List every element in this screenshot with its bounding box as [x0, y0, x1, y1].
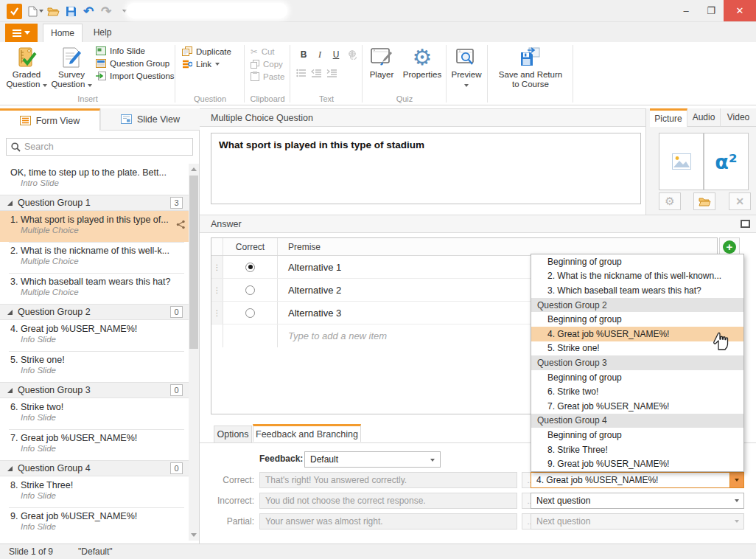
slide-type-label: Info Slide — [10, 491, 181, 500]
question-type-header: Multiple Choice Question — [200, 108, 645, 127]
chevron-down-icon[interactable] — [729, 493, 743, 508]
collapse-triangle-icon[interactable] — [7, 466, 13, 471]
close-button[interactable]: ✕ — [724, 0, 756, 21]
dropdown-item[interactable]: 9. Great job %USER_NAME%! — [531, 456, 743, 471]
duplicate-button[interactable]: Duplicate — [182, 46, 231, 56]
link-button[interactable]: Link — [182, 60, 231, 69]
feedback-select[interactable]: Default — [304, 451, 441, 468]
survey-question-button[interactable]: SurveyQuestion — [49, 45, 94, 89]
dropdown-item[interactable]: 7. Great job %USER_NAME%! — [531, 399, 743, 414]
question-group-header[interactable]: Question Group 40 — [0, 460, 189, 476]
picture-settings-button[interactable]: ⚙ — [659, 192, 681, 210]
slide-list-item[interactable]: 1. What sport is played in this type of.… — [0, 211, 189, 242]
question-group-button[interactable]: Question Group — [96, 59, 175, 68]
scroll-down-icon[interactable] — [191, 533, 197, 537]
slide-list-item[interactable]: 6. Strike two!Info Slide — [0, 398, 189, 429]
slide-list-scrollbar[interactable] — [189, 164, 199, 541]
underline-button[interactable]: U — [329, 48, 343, 61]
collapse-triangle-icon[interactable] — [7, 310, 13, 315]
decrease-indent-button[interactable] — [311, 69, 322, 77]
slide-list-item[interactable]: 5. Strike one!Info Slide — [0, 351, 189, 382]
dropdown-item[interactable]: 8. Strike Three! — [531, 442, 743, 457]
minimize-button[interactable]: – — [673, 0, 699, 21]
tab-video[interactable]: Video — [721, 108, 756, 127]
dropdown-item[interactable]: 6. Strike two! — [531, 384, 743, 399]
slide-list-item[interactable]: OK, time to step up to the plate. Bett..… — [0, 164, 189, 195]
info-slide-icon — [96, 46, 106, 55]
partial-branch-select[interactable]: Next question — [531, 513, 744, 530]
paste-button[interactable]: Paste — [251, 72, 284, 81]
italic-button[interactable]: I — [312, 48, 327, 61]
slide-list-item[interactable]: 7. Great job %USER_NAME%!Info Slide — [0, 429, 189, 460]
tab-home[interactable]: Home — [43, 24, 83, 42]
slide-list-item[interactable]: 3. Which baseball team wears this hat?Mu… — [0, 273, 189, 304]
open-file-button[interactable] — [44, 3, 62, 19]
dropdown-item[interactable]: Beginning of group — [531, 312, 743, 327]
slide-list-item[interactable]: 9. Great job %USER_NAME%!Info Slide — [0, 507, 189, 538]
tab-feedback-branching[interactable]: Feedback and Branching — [253, 424, 361, 442]
scroll-up-icon[interactable] — [191, 167, 197, 171]
drag-handle[interactable]: ⋮ — [211, 279, 223, 301]
redo-button[interactable]: ↷ — [97, 3, 115, 19]
app-menu-button[interactable] — [5, 24, 38, 42]
preview-button[interactable]: Preview — [444, 45, 489, 89]
dropdown-item[interactable]: Beginning of group — [531, 254, 743, 269]
correct-feedback-field[interactable]: That's right! You answered correctly. — [259, 472, 517, 488]
save-button[interactable] — [62, 3, 80, 19]
hyperlink-button[interactable] — [345, 48, 360, 61]
question-group-header[interactable]: Question Group 13 — [0, 195, 189, 211]
save-and-return-button[interactable]: Save and Returnto Course — [495, 45, 566, 89]
tab-help[interactable]: Help — [84, 24, 121, 42]
collapse-triangle-icon[interactable] — [7, 201, 13, 206]
dropdown-item[interactable]: 2. What is the nickname of this well-kno… — [531, 269, 743, 284]
slide-list-item[interactable]: 8. Strike Three!Info Slide — [0, 476, 189, 507]
search-box[interactable] — [6, 138, 193, 156]
picture-remove-button[interactable]: ✕ — [729, 192, 751, 210]
slide-list-panel: Form View Slide View OK, time to step up… — [0, 108, 200, 544]
partial-feedback-field[interactable]: Your answer was almost right. — [259, 513, 517, 530]
incorrect-feedback-field[interactable]: You did not choose the correct response. — [259, 493, 517, 509]
graded-question-button[interactable]: GradedQuestion — [4, 45, 49, 89]
question-group-header[interactable]: Question Group 30 — [0, 382, 189, 398]
incorrect-branch-select[interactable]: Next question — [531, 493, 744, 509]
correct-branch-select[interactable]: 4. Great job %USER_NAME%! — [531, 472, 744, 488]
search-input[interactable] — [24, 142, 188, 152]
question-group-header[interactable]: Question Group 20 — [0, 304, 189, 320]
new-document-button[interactable] — [27, 3, 44, 19]
tab-slide-view[interactable]: Slide View — [100, 108, 200, 131]
dropdown-item[interactable]: 3. Which baseball team wears this hat? — [531, 283, 743, 298]
copy-button[interactable]: Copy — [251, 60, 284, 69]
maximize-button[interactable]: ❐ — [699, 0, 724, 21]
import-questions-button[interactable]: Import Questions — [96, 72, 175, 80]
equation-alpha-icon: α² — [715, 150, 737, 173]
expand-answer-icon[interactable] — [741, 220, 750, 228]
bold-button[interactable]: B — [296, 48, 311, 61]
picture-placeholder[interactable] — [659, 133, 704, 190]
undo-button[interactable]: ↶ — [80, 3, 97, 19]
tab-audio[interactable]: Audio — [687, 108, 721, 127]
cut-button[interactable]: ✂ Cut — [251, 46, 284, 57]
increase-indent-button[interactable] — [326, 69, 337, 77]
question-text-box[interactable]: What sport is played in this type of sta… — [211, 133, 641, 204]
scrollbar-thumb[interactable] — [189, 176, 198, 349]
drag-handle[interactable]: ⋮ — [211, 302, 223, 324]
correct-radio[interactable] — [245, 285, 255, 295]
player-button[interactable]: Player — [363, 45, 401, 80]
picture-open-button[interactable] — [693, 192, 715, 210]
dropdown-button[interactable] — [729, 473, 743, 487]
dropdown-item[interactable]: Beginning of group — [531, 370, 743, 385]
info-slide-button[interactable]: Info Slide — [96, 46, 175, 55]
correct-radio[interactable] — [245, 263, 255, 272]
tab-picture[interactable]: Picture — [650, 108, 687, 127]
properties-button[interactable]: ⚙ Properties — [399, 45, 445, 80]
drag-handle[interactable]: ⋮ — [211, 256, 223, 278]
collapse-triangle-icon[interactable] — [7, 388, 13, 393]
tab-form-view[interactable]: Form View — [0, 108, 100, 131]
dropdown-item[interactable]: Beginning of group — [531, 428, 743, 442]
tab-options[interactable]: Options — [214, 426, 252, 443]
bullet-list-button[interactable] — [296, 69, 307, 77]
slide-list-item[interactable]: 4. Great job %USER_NAME%!Info Slide — [0, 320, 189, 351]
slide-list-item[interactable]: 2. What is the nickname of this well-k..… — [0, 242, 189, 273]
equation-placeholder[interactable]: α² — [704, 133, 749, 190]
correct-radio[interactable] — [245, 308, 255, 318]
